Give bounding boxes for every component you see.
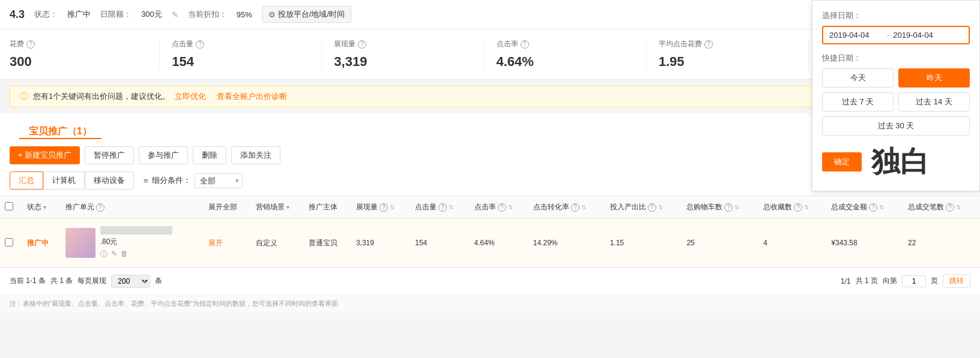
help-icon-th-favorites[interactable]: ? (794, 203, 802, 212)
date-start-input[interactable] (829, 31, 883, 40)
th-promote-type: 推广主体 (304, 196, 351, 219)
stat-val-cost: 300 (10, 54, 147, 70)
stat-item-impressions: 展现量 ? 3,319 (322, 39, 484, 70)
row-ctr: 4.64% (474, 239, 495, 247)
quick-14days[interactable]: 过去 14 天 (898, 92, 970, 112)
favorite-button[interactable]: 添加关注 (231, 146, 280, 164)
delete-product-icon[interactable]: 🗑 (121, 249, 128, 260)
row-clicks: 154 (415, 239, 427, 247)
quick-7days[interactable]: 过去 7 天 (822, 92, 894, 112)
platform-button[interactable]: ⚙ 投放平台/地域/时间 (262, 6, 351, 23)
impressions-sort-icon: ⇅ (390, 204, 395, 210)
th-ctr: 点击率 ? ⇅ (470, 196, 528, 219)
th-unit: 推广单元 ? (61, 196, 204, 219)
date-end-input[interactable] (893, 31, 947, 40)
th-expand-label: 展开全部 (208, 203, 237, 211)
quick-30days[interactable]: 过去 30 天 (822, 116, 970, 136)
help-icon-clicks[interactable]: ? (196, 40, 204, 49)
gear-icon: ⚙ (268, 10, 276, 19)
th-unit-label: 推广单元 (65, 202, 94, 212)
page-input[interactable] (902, 275, 926, 287)
th-orders-label: 总成交笔数 (908, 202, 944, 212)
row-cvr-cell: 14.29% (528, 219, 605, 267)
help-icon-unit[interactable]: ? (96, 203, 104, 212)
discount-value: 95% (237, 10, 252, 19)
help-icon-th-orders[interactable]: ? (946, 203, 954, 212)
per-page-select[interactable]: 200 50 100 (111, 275, 150, 288)
confirm-date-button[interactable]: 确定 (822, 152, 862, 172)
help-icon-ctr[interactable]: ? (521, 40, 529, 49)
edit-product-icon[interactable]: ✎ (111, 249, 117, 260)
row-checkbox[interactable] (5, 238, 13, 246)
jump-button[interactable]: 跳转 (943, 274, 970, 288)
scene-sort-icon: ▾ (286, 204, 289, 210)
table-header-row: 状态 ▾ 推广单元 ? 展开全部 (0, 196, 980, 219)
roi-sort-icon: ⇅ (658, 204, 663, 210)
join-button[interactable]: 参与推广 (139, 146, 188, 164)
help-icon-th-ctr[interactable]: ? (498, 203, 506, 212)
daily-label: 日限额： (100, 9, 132, 20)
stat-val-clicks: 154 (172, 54, 309, 70)
row-cart: 25 (686, 239, 694, 247)
help-icon-cost[interactable]: ? (26, 40, 35, 49)
row-status-cell: 推广中 (22, 219, 61, 267)
section-title: 宝贝推广（1） (19, 119, 101, 139)
tab-mobile[interactable]: 移动设备 (85, 172, 134, 189)
th-roi-label: 投入产出比 (610, 202, 646, 212)
help-icon-th-cvr[interactable]: ? (571, 203, 579, 212)
pagination-bar: 当前 1-1 条 共 1 条 每页展现 200 50 100 条 1/1 共 1… (0, 267, 980, 294)
row-impressions: 3,319 (356, 239, 374, 247)
help-icon-th-clicks[interactable]: ? (438, 203, 447, 212)
product-details: .80元 ⓘ ✎ 🗑 (100, 226, 172, 260)
notice-text: 您有1个关键词有出价问题，建议优化。 (33, 91, 170, 102)
date-panel-label: 选择日期： (822, 10, 970, 21)
edit-icon[interactable]: ✎ (172, 10, 178, 19)
table-wrap: 状态 ▾ 推广单元 ? 展开全部 (0, 195, 980, 267)
help-icon-avg-cost[interactable]: ? (704, 40, 713, 49)
quick-today[interactable]: 今天 (822, 68, 894, 88)
help-icon-th-impressions[interactable]: ? (380, 203, 388, 212)
delete-button[interactable]: 删除 (193, 146, 226, 164)
diagnose-link[interactable]: 查看全账户出价诊断 (217, 91, 287, 102)
help-icon-th-cart[interactable]: ? (724, 203, 733, 212)
clicks-sort-icon: ⇅ (449, 204, 453, 210)
row-orders: 22 (908, 239, 916, 247)
row-amount: ¥343.58 (831, 239, 857, 247)
pause-button[interactable]: 暂停推广 (85, 146, 134, 164)
tab-summary[interactable]: 汇总 (10, 172, 43, 189)
row-favorites-cell: 4 (758, 219, 826, 267)
expand-link[interactable]: 展开 (208, 239, 223, 247)
tab-computer[interactable]: 计算机 (43, 172, 85, 189)
help-icon-impressions[interactable]: ? (358, 40, 366, 49)
th-cart: 总购物车数 ? ⇅ (682, 196, 758, 219)
row-amount-cell: ¥343.58 (826, 219, 903, 267)
th-expand[interactable]: 展开全部 (204, 196, 251, 219)
cart-sort-icon: ⇅ (734, 204, 739, 210)
quick-yesterday[interactable]: 昨天 (898, 68, 970, 88)
platform-button-label: 投放平台/地域/时间 (278, 9, 345, 20)
row-clicks-cell: 154 (410, 219, 469, 267)
stat-item-clicks: 点击量 ? 154 (160, 39, 322, 70)
current-range: 当前 1-1 条 (10, 276, 46, 286)
filter-select[interactable]: 全部 (195, 173, 243, 188)
product-image (65, 228, 95, 258)
status-label: 状态： (34, 9, 58, 20)
bottom-note: 注：表格中的"展现量、点击量、点击率、花费、平均点击花费"为指定时间的数据，您可… (0, 294, 980, 313)
th-roi: 投入产出比 ? ⇅ (605, 196, 682, 219)
help-icon-th-amount[interactable]: ? (869, 203, 877, 212)
stat-label-ctr: 点击率 (497, 39, 518, 49)
optimize-link[interactable]: 立即优化 (175, 91, 206, 102)
version-number: 4.3 (10, 8, 25, 21)
row-impressions-cell: 3,319 (351, 219, 410, 267)
daily-value: 300元 (141, 9, 162, 20)
help-icon-th-roi[interactable]: ? (648, 203, 656, 212)
th-impressions-label: 展现量 (356, 202, 378, 212)
select-all-checkbox[interactable] (5, 202, 13, 210)
table-row: 推广中 .80元 ⓘ ✎ 🗑 (0, 219, 980, 267)
per-page-select-wrap: 200 50 100 (111, 275, 150, 288)
stat-label-cost: 花费 (10, 39, 24, 49)
row-promote-type: 普通宝贝 (309, 239, 337, 247)
stat-item-avg-cost: 平均点击花费 ? 1.95 (647, 39, 809, 70)
add-product-button[interactable]: + 新建宝贝推广 (10, 146, 80, 164)
th-scene-label: 营销场景 (256, 202, 285, 212)
